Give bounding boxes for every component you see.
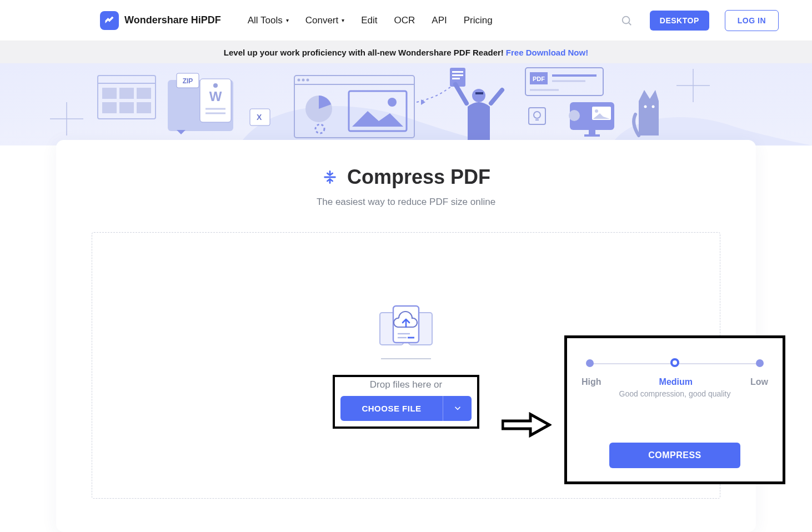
svg-rect-47 [589, 130, 595, 134]
chevron-down-icon: ▾ [342, 17, 344, 23]
svg-rect-48 [584, 134, 600, 137]
svg-point-44 [534, 112, 540, 118]
compress-icon [322, 169, 338, 185]
quality-description: Good compression, good quality [582, 389, 768, 398]
arrow-right-icon [502, 412, 552, 438]
svg-rect-8 [137, 88, 151, 99]
dropzone[interactable]: Drop files here or CHOOSE FILE [92, 232, 720, 499]
svg-point-51 [569, 110, 580, 121]
quality-label-low[interactable]: Low [750, 377, 768, 387]
nav-api[interactable]: API [432, 15, 447, 26]
quality-high-dot[interactable] [586, 359, 594, 367]
svg-rect-11 [137, 102, 151, 113]
svg-point-52 [644, 106, 647, 108]
nav-ocr[interactable]: OCR [394, 15, 415, 26]
login-button[interactable]: LOG IN [725, 10, 779, 31]
svg-point-30 [388, 98, 397, 107]
svg-text:PDF: PDF [533, 76, 545, 82]
svg-rect-33 [452, 74, 463, 76]
nav-all-tools[interactable]: All Tools ▾ [248, 15, 289, 26]
svg-rect-9 [102, 102, 117, 113]
svg-point-26 [307, 79, 309, 82]
svg-rect-36 [475, 92, 483, 94]
main-card: Compress PDF The easiest way to reduce P… [56, 140, 756, 532]
compress-button[interactable]: COMPRESS [609, 443, 740, 468]
promo-text: Level up your work proficiency with all-… [224, 48, 504, 57]
compression-options-box: High Medium Low Good compression, good q… [564, 335, 785, 484]
upload-cloud-icon [375, 303, 437, 353]
svg-point-35 [472, 89, 485, 102]
nav-convert-label: Convert [305, 15, 339, 26]
promo-bar: Level up your work proficiency with all-… [0, 41, 812, 63]
quality-label-medium[interactable]: Medium [659, 377, 693, 387]
chevron-down-icon [453, 403, 463, 413]
quality-medium-dot[interactable] [670, 358, 679, 367]
svg-rect-31 [450, 68, 465, 87]
quality-low-dot[interactable] [756, 359, 764, 367]
page-subtitle: The easiest way to reduce PDF size onlin… [87, 197, 725, 208]
svg-text:ZIP: ZIP [183, 77, 193, 85]
nav-pricing[interactable]: Pricing [464, 15, 493, 26]
svg-rect-32 [452, 71, 463, 73]
svg-point-25 [302, 79, 305, 82]
svg-point-16 [213, 83, 218, 88]
dropzone-hint: Drop files here or [370, 379, 442, 390]
desktop-button[interactable]: DESKTOP [650, 11, 709, 31]
svg-point-50 [595, 109, 598, 113]
page-title-row: Compress PDF [87, 165, 725, 189]
svg-rect-34 [452, 78, 460, 79]
svg-rect-6 [102, 88, 117, 99]
divider [381, 358, 431, 359]
svg-point-0 [622, 16, 629, 23]
nav-convert[interactable]: Convert ▾ [305, 15, 345, 26]
svg-point-53 [652, 106, 655, 108]
chevron-down-icon: ▾ [286, 17, 289, 23]
brand-name: Wondershare HiPDF [124, 14, 221, 26]
nav-edit[interactable]: Edit [361, 15, 377, 26]
quality-label-high[interactable]: High [582, 377, 602, 387]
svg-rect-43 [529, 108, 545, 124]
nav-all-tools-label: All Tools [248, 15, 283, 26]
quality-labels: High Medium Low [582, 377, 768, 387]
choose-file-dropdown[interactable] [443, 396, 472, 421]
svg-text:X: X [257, 113, 262, 122]
svg-text:W: W [209, 89, 222, 104]
search-icon[interactable] [619, 13, 634, 28]
brand-logo[interactable]: Wondershare HiPDF [100, 11, 221, 30]
choose-file-highlight-box: Drop files here or CHOOSE FILE [333, 375, 479, 429]
main-nav: All Tools ▾ Convert ▾ Edit OCR API Prici… [248, 15, 493, 26]
quality-slider[interactable] [585, 358, 765, 369]
svg-rect-10 [119, 102, 134, 113]
header: Wondershare HiPDF All Tools ▾ Convert ▾ … [0, 0, 812, 41]
svg-rect-7 [119, 88, 134, 99]
choose-file-group: CHOOSE FILE [340, 396, 472, 421]
promo-link[interactable]: Free Download Now! [506, 48, 588, 57]
page-title: Compress PDF [347, 165, 490, 189]
svg-point-24 [298, 79, 300, 82]
choose-file-button[interactable]: CHOOSE FILE [340, 396, 443, 421]
brand-icon [100, 11, 119, 30]
svg-line-1 [629, 23, 631, 25]
hero-illustration: ZIP W X [0, 63, 812, 145]
